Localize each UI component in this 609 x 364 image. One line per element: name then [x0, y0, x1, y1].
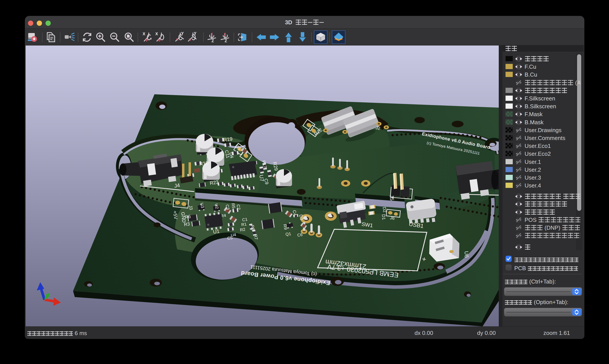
- svg-text:R2: R2: [240, 227, 246, 232]
- svg-text:J6: J6: [389, 215, 395, 221]
- svg-text:J3: J3: [188, 205, 194, 210]
- svg-text:C3: C3: [225, 204, 230, 210]
- svg-text:U2: U2: [214, 203, 220, 209]
- svg-text:J4: J4: [174, 182, 180, 189]
- svg-text:D2: D2: [382, 207, 387, 212]
- svg-text:C2: C2: [236, 204, 241, 210]
- svg-text:R3: R3: [183, 221, 190, 227]
- svg-text:C1: C1: [242, 217, 248, 222]
- svg-text:R5: R5: [231, 203, 236, 209]
- svg-text:J5: J5: [389, 195, 395, 201]
- svg-text:D1: D1: [381, 214, 386, 220]
- svg-text:U4: U4: [231, 232, 236, 238]
- svg-text:U3: U3: [199, 202, 205, 208]
- svg-text:C6: C6: [297, 232, 303, 238]
- svg-text:X: X: [155, 32, 158, 36]
- svg-text:J2: J2: [375, 125, 381, 130]
- svg-text:+5V: +5V: [172, 210, 179, 220]
- svg-text:R1: R1: [241, 222, 247, 227]
- svg-text:Q1: Q1: [285, 232, 291, 237]
- svg-text:R6: R6: [184, 214, 191, 220]
- svg-text:Z: Z: [225, 39, 227, 43]
- svg-text:Z: Z: [211, 39, 214, 43]
- svg-text:X: X: [143, 32, 145, 36]
- svg-text:U6: U6: [464, 251, 470, 258]
